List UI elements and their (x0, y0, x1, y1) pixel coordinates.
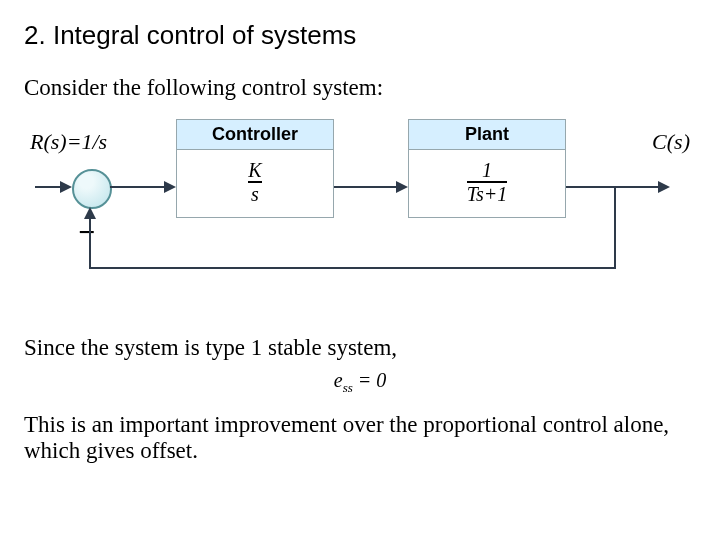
output-label: C(s) (652, 129, 690, 155)
controller-tf: K s (248, 160, 261, 205)
wire-feedback-up (89, 217, 91, 269)
arrowhead (396, 181, 408, 193)
controller-title: Controller (177, 120, 333, 150)
block-diagram: R(s)=1/s C(s) − Controller K s Plant 1 T… (30, 119, 690, 309)
section-title: 2. Integral control of systems (24, 20, 696, 51)
ess-value: = 0 (353, 369, 387, 391)
controller-num: K (248, 160, 261, 181)
conclusion-text: This is an important improvement over th… (24, 412, 696, 464)
plant-block: Plant 1 Ts+1 (408, 119, 566, 218)
plant-title: Plant (409, 120, 565, 150)
arrowhead-up (84, 207, 96, 219)
wire-u (334, 186, 400, 188)
plant-num: 1 (467, 160, 508, 181)
arrowhead (164, 181, 176, 193)
wire-error (110, 186, 168, 188)
arrowhead (658, 181, 670, 193)
controller-den: s (248, 181, 261, 205)
ess-subscript: ss (343, 380, 353, 395)
arrowhead (60, 181, 72, 193)
input-label: R(s)=1/s (30, 129, 107, 155)
ess-symbol: e (334, 369, 343, 391)
summing-junction (72, 169, 112, 209)
plant-body: 1 Ts+1 (409, 150, 565, 217)
controller-block: Controller K s (176, 119, 334, 218)
wire-feedback-down (614, 186, 616, 269)
controller-body: K s (177, 150, 333, 217)
wire-feedback-back (90, 267, 616, 269)
intro-text: Consider the following control system: (24, 75, 696, 101)
minus-sign: − (78, 215, 95, 249)
steady-state-error: ess = 0 (24, 369, 696, 396)
plant-den: Ts+1 (467, 181, 508, 205)
type-statement: Since the system is type 1 stable system… (24, 335, 696, 361)
plant-tf: 1 Ts+1 (467, 160, 508, 205)
